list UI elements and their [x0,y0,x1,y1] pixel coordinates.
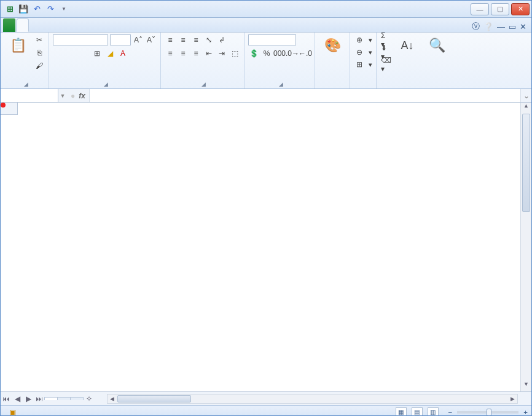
italic-button[interactable] [66,48,77,59]
underline-button[interactable] [79,48,90,59]
title-bar: ⊞ 💾 ↶ ↷ ▼ ― ▢ ✕ [1,1,531,18]
increase-indent-icon[interactable]: ⇥ [216,48,227,59]
delete-cells-button[interactable]: ⊖ ▾ [354,47,372,58]
align-bottom-icon[interactable]: ≡ [190,34,201,45]
tab-insert[interactable] [29,18,41,32]
comma-icon[interactable]: 000 [274,48,285,59]
number-format-select[interactable] [248,34,296,45]
fx-icon[interactable]: fx [79,92,85,100]
currency-icon[interactable]: 💲 [248,48,259,59]
macro-record-icon[interactable]: ▣ [9,408,16,417]
mdi-close-icon[interactable]: ✕ [520,22,526,31]
decrease-decimal-icon[interactable]: ←.0 [300,48,311,59]
decrease-indent-icon[interactable]: ⇤ [203,48,214,59]
clear-icon[interactable]: ⌫ ▾ [380,59,391,70]
undo-icon[interactable]: ↶ [31,4,42,15]
font-size-select[interactable] [110,34,131,45]
zoom-out-icon[interactable]: − [448,409,453,416]
format-cell-icon: ⊞ [354,59,365,70]
format-cells-button[interactable]: ⊞ ▾ [354,59,372,70]
sheet-tab-3[interactable] [70,397,84,400]
font-color-icon[interactable]: A [117,48,128,59]
tab-file[interactable] [3,18,15,32]
mdi-restore-icon[interactable]: ▭ [509,22,516,31]
align-middle-icon[interactable]: ≡ [178,34,189,45]
paste-button[interactable]: 📋 [4,34,31,58]
ribbon-tabs: ⓥ ❔ ― ▭ ✕ [1,18,531,33]
minimize-ribbon-icon[interactable]: ⓥ [472,21,480,32]
sheet-nav-prev-icon[interactable]: ◀ [12,393,23,404]
tab-data[interactable] [66,18,78,32]
vertical-scrollbar[interactable]: ▲ ▼ [520,103,531,391]
maximize-button[interactable]: ▢ [491,3,509,15]
tab-developer[interactable] [103,18,115,32]
sheet-nav-next-icon[interactable]: ▶ [23,393,34,404]
sheet-tab-2[interactable] [57,397,71,400]
increase-font-icon[interactable]: A˄ [133,34,144,45]
cells-area[interactable] [18,115,520,391]
align-left-icon[interactable]: ≡ [165,48,176,59]
align-right-icon[interactable]: ≡ [190,48,201,59]
namebox-dropdown-icon[interactable]: ▼ [58,93,67,99]
align-top-icon[interactable]: ≡ [165,34,176,45]
view-normal-icon[interactable]: ▦ [396,407,407,417]
font-name-select[interactable] [53,34,108,45]
sheet-nav-last-icon[interactable]: ⏭ [34,393,45,404]
orientation-icon[interactable]: ⤡ [203,34,214,45]
styles-button[interactable]: 🎨 [319,34,346,58]
scroll-up-icon[interactable]: ▲ [521,103,531,113]
close-button[interactable]: ✕ [511,3,530,15]
sheet-tab-1[interactable] [44,397,58,400]
mdi-minimize-icon[interactable]: ― [497,22,505,31]
minimize-button[interactable]: ― [471,3,489,15]
expand-formula-bar-icon[interactable]: ⌄ [520,89,531,102]
cancel-formula-icon[interactable]: ● [71,92,75,100]
hscroll-thumb[interactable] [117,395,191,402]
bold-button[interactable] [53,48,64,59]
sort-icon: A↓ [397,36,417,55]
insert-cells-button[interactable]: ⊕ ▾ [354,34,372,45]
scroll-right-icon[interactable]: ▶ [508,394,517,403]
save-icon[interactable]: 💾 [18,4,29,15]
tab-home[interactable] [17,18,29,32]
view-pagebreak-icon[interactable]: ▥ [428,407,439,417]
zoom-slider[interactable] [457,411,518,414]
copy-icon[interactable]: ⎘ [34,47,45,58]
horizontal-scrollbar[interactable]: ◀ ▶ [107,394,518,404]
zoom-in-icon[interactable]: + [523,409,528,416]
decrease-font-icon[interactable]: A˅ [146,34,157,45]
fill-color-icon[interactable]: ◢ [104,48,115,59]
scroll-left-icon[interactable]: ◀ [108,394,117,403]
group-styles: 🎨 . [315,33,350,88]
name-box[interactable] [1,89,58,102]
border-icon[interactable]: ⊞ [92,48,103,59]
view-layout-icon[interactable]: ▤ [412,407,423,417]
formula-input[interactable] [89,89,520,102]
cut-icon[interactable]: ✂ [34,34,45,45]
tab-foxit[interactable] [127,18,139,32]
tab-formulas[interactable] [53,18,66,32]
sort-filter-button[interactable]: A↓ [394,34,421,58]
tab-addins[interactable] [115,18,127,32]
merge-icon[interactable]: ⬚ [229,48,240,59]
group-clipboard: 📋 ✂ ⎘ 🖌 ◢ [1,33,49,88]
find-select-button[interactable]: 🔍 [423,34,450,58]
new-sheet-icon[interactable]: ✧ [84,393,95,404]
tab-review[interactable] [78,18,90,32]
redo-icon[interactable]: ↷ [45,4,56,15]
group-font: A˄ A˅ ⊞ ◢ A ◢ [49,33,161,88]
scroll-down-icon[interactable]: ▼ [521,381,531,391]
tab-layout[interactable] [41,18,53,32]
vscroll-thumb[interactable] [522,114,530,212]
align-center-icon[interactable]: ≡ [178,48,189,59]
tab-abbyy[interactable] [139,18,152,32]
increase-decimal-icon[interactable]: .0→ [287,48,298,59]
tab-view[interactable] [90,18,103,32]
percent-icon[interactable]: % [261,48,272,59]
wrap-text-icon[interactable]: ↲ [216,34,227,45]
select-all-corner[interactable] [1,103,18,115]
help-icon[interactable]: ❔ [483,22,493,31]
format-painter-icon[interactable]: 🖌 [34,60,45,71]
qat-dropdown-icon[interactable]: ▼ [58,4,69,15]
sheet-nav-first-icon[interactable]: ⏮ [1,393,12,404]
